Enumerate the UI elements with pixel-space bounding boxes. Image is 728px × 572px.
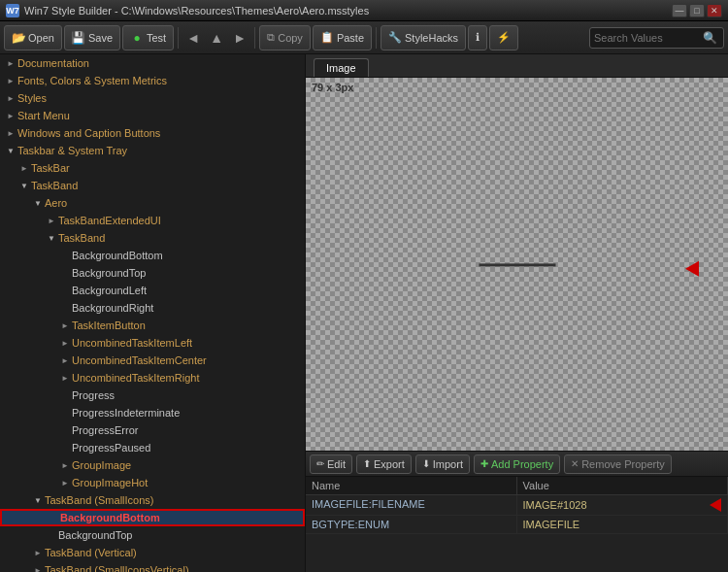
test-button[interactable]: ● Test — [122, 25, 174, 50]
properties-table: Name Value IMAGEFILE:FILENAMEIMAGE#1028B… — [306, 477, 728, 572]
tree-item-task-item-btn[interactable]: ►TaskItemButton — [0, 317, 305, 334]
tree-arrow: ▼ — [17, 179, 31, 192]
tree-item-uncombined-center[interactable]: ►UncombinedTaskItemCenter — [0, 352, 305, 369]
edit-label: Edit — [327, 458, 346, 470]
import-button[interactable]: ⬇ Import — [415, 454, 470, 474]
properties-toolbar: ✏ Edit ⬆ Export ⬇ Import ✚ Add Property … — [306, 452, 728, 477]
search-input[interactable] — [594, 32, 701, 44]
script-button[interactable]: ⚡ — [489, 25, 518, 50]
forward-button[interactable]: ► — [229, 27, 250, 49]
tree-item-bg-top-small[interactable]: BackgroundTop — [0, 526, 305, 544]
image-tab-bar: Image — [306, 54, 728, 78]
tree-arrow: ▼ — [31, 493, 45, 507]
tree-item-taskband[interactable]: ▼TaskBand — [0, 177, 305, 194]
stylehacks-button[interactable]: 🔧 StyleHacks — [381, 25, 466, 50]
image-area: 79 x 3px — [306, 78, 728, 451]
tree-item-documentation[interactable]: ►Documentation — [0, 54, 305, 72]
paste-icon: 📋 — [320, 31, 334, 44]
tree-label: BackgroundRight — [72, 302, 153, 314]
tree-label: Taskbar & System Tray — [17, 145, 127, 156]
tree-arrow: ► — [58, 353, 72, 367]
tree-label: Documentation — [17, 57, 89, 69]
tree-arrow: ► — [4, 126, 17, 140]
value-red-arrow — [710, 498, 721, 512]
tree-label: Progress — [72, 389, 115, 401]
copy-button[interactable]: ⧉ Copy — [259, 25, 311, 50]
search-box[interactable]: 🔍 — [589, 27, 724, 49]
minimize-button[interactable]: — — [672, 4, 687, 17]
tree-item-bg-bottom-small[interactable]: BackgroundBottom — [0, 509, 305, 526]
tree-item-progress[interactable]: Progress — [0, 387, 305, 404]
tree-label: TaskBar — [31, 162, 70, 174]
tree-item-start-menu[interactable]: ►Start Menu — [0, 107, 305, 124]
tree-item-progress-indet[interactable]: ProgressIndeterminate — [0, 404, 305, 421]
test-label: Test — [147, 32, 166, 44]
tree-arrow — [58, 301, 72, 315]
name-header: Name — [306, 477, 517, 494]
add-property-button[interactable]: ✚ Add Property — [474, 454, 560, 474]
toolbar-separator-3 — [376, 27, 377, 49]
tree-item-taskbar[interactable]: ►TaskBar — [0, 159, 305, 177]
tree-item-windows-caption[interactable]: ►Windows and Caption Buttons — [0, 124, 305, 142]
props-red-arrow — [685, 261, 699, 277]
paste-button[interactable]: 📋 Paste — [313, 25, 372, 50]
back-button[interactable]: ◄ — [182, 27, 204, 49]
maximize-button[interactable]: □ — [689, 4, 705, 17]
tree-label: TaskBand — [31, 180, 78, 191]
remove-property-label: Remove Property — [581, 458, 665, 470]
tree-item-uncombined-left[interactable]: ►UncombinedTaskItemLeft — [0, 334, 305, 352]
tree-item-bg-bottom[interactable]: BackgroundBottom — [0, 247, 305, 264]
tree-arrow — [47, 511, 60, 524]
info-icon: ℹ — [476, 31, 480, 44]
edit-button[interactable]: ✏ Edit — [310, 454, 352, 474]
tree-item-styles[interactable]: ►Styles — [0, 89, 305, 107]
tree-arrow — [58, 249, 72, 262]
close-button[interactable]: ✕ — [707, 4, 722, 17]
tree-label: BackgroundTop — [58, 529, 132, 541]
tree-item-taskband-extended[interactable]: ►TaskBandExtendedUI — [0, 212, 305, 229]
window-controls[interactable]: — □ ✕ — [672, 4, 722, 17]
tree-item-taskband-small-vert[interactable]: ►TaskBand (SmallIconsVertical) — [0, 561, 305, 572]
app-icon: W7 — [6, 4, 19, 17]
tree-item-taskbar-tray[interactable]: ▼Taskbar & System Tray — [0, 142, 305, 159]
tree-label: UncombinedTaskItemCenter — [72, 354, 207, 366]
save-button[interactable]: 💾 Save — [64, 25, 120, 50]
tree-item-bg-top[interactable]: BackgroundTop — [0, 264, 305, 282]
tree-item-bg-left[interactable]: BackgroundLeft — [0, 282, 305, 299]
tree-label: TaskItemButton — [72, 320, 146, 331]
tree-item-progress-error[interactable]: ProgressError — [0, 421, 305, 439]
remove-property-button[interactable]: ✕ Remove Property — [564, 454, 672, 474]
tree-item-bg-right[interactable]: BackgroundRight — [0, 299, 305, 317]
tree-arrow: ► — [31, 546, 45, 559]
tree-item-aero[interactable]: ▼Aero — [0, 194, 305, 212]
script-icon: ⚡ — [497, 31, 511, 44]
tree-item-uncombined-right[interactable]: ►UncombinedTaskItemRight — [0, 369, 305, 387]
tree-label: BackgroundBottom — [60, 512, 160, 523]
tree-item-taskband-vertical[interactable]: ►TaskBand (Vertical) — [0, 544, 305, 561]
tree-item-fonts-colors[interactable]: ►Fonts, Colors & System Metrics — [0, 72, 305, 89]
export-button[interactable]: ⬆ Export — [356, 454, 412, 474]
prop-name-cell: IMAGEFILE:FILENAME — [306, 495, 517, 515]
open-button[interactable]: 📂 Open — [4, 25, 62, 50]
prop-row[interactable]: IMAGEFILE:FILENAMEIMAGE#1028 — [306, 495, 728, 516]
tree-label: TaskBand — [58, 232, 105, 244]
search-button[interactable]: 🔍 — [701, 31, 719, 45]
tree-item-progress-paused[interactable]: ProgressPaused — [0, 439, 305, 456]
tree-arrow: ► — [58, 319, 72, 332]
up-button[interactable]: ▲ — [206, 27, 227, 49]
tree-arrow: ► — [4, 91, 17, 105]
prop-row[interactable]: BGTYPE:ENUMIMAGEFILE — [306, 516, 728, 534]
image-tab[interactable]: Image — [314, 58, 369, 77]
tree-item-taskband-inner[interactable]: ▼TaskBand — [0, 229, 305, 247]
tree-label: BackgroundBottom — [72, 250, 163, 261]
info-button[interactable]: ℹ — [468, 25, 487, 50]
tree-item-group-image-hot[interactable]: ►GroupImageHot — [0, 474, 305, 491]
tree-container: ►Documentation►Fonts, Colors & System Me… — [0, 54, 305, 572]
tree-item-group-image[interactable]: ►GroupImage — [0, 456, 305, 474]
image-size-label: 79 x 3px — [312, 82, 353, 93]
left-panel[interactable]: ►Documentation►Fonts, Colors & System Me… — [0, 54, 306, 572]
add-property-icon: ✚ — [480, 458, 488, 469]
tree-item-taskband-small[interactable]: ▼TaskBand (SmallIcons) — [0, 491, 305, 509]
tree-arrow: ► — [58, 371, 72, 385]
tree-label: ProgressPaused — [72, 442, 150, 454]
